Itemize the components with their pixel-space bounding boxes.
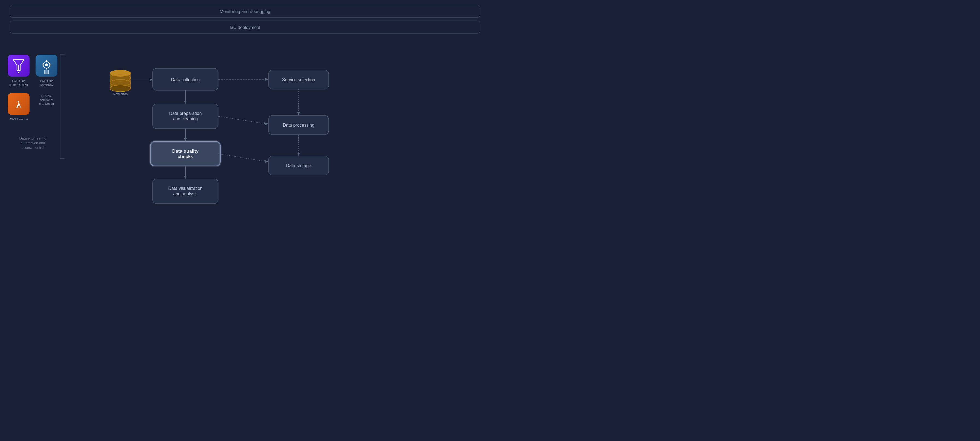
svg-marker-45 (184, 138, 187, 142)
svg-text:AWS Glue: AWS Glue (12, 80, 26, 83)
svg-marker-51 (184, 176, 187, 179)
svg-text:Raw data: Raw data (113, 92, 128, 96)
svg-text:AWS Glue: AWS Glue (40, 80, 54, 83)
svg-text:automation and: automation and (21, 141, 45, 145)
svg-text:solutions:: solutions: (40, 98, 53, 102)
svg-marker-64 (297, 112, 300, 115)
svg-line-59 (218, 154, 265, 161)
svg-marker-60 (264, 160, 269, 163)
svg-marker-58 (264, 122, 269, 125)
svg-text:e.g. Deequ: e.g. Deequ (39, 102, 54, 105)
svg-text:DataBrew: DataBrew (40, 83, 53, 86)
svg-text:Data engineering: Data engineering (19, 136, 46, 140)
svg-marker-56 (265, 78, 269, 81)
svg-text:Custom: Custom (41, 94, 52, 98)
svg-marker-36 (150, 78, 153, 81)
svg-line-57 (218, 116, 265, 124)
svg-marker-40 (184, 101, 187, 104)
svg-text:access control: access control (21, 145, 44, 150)
svg-marker-68 (297, 153, 300, 156)
svg-text:(Data Quality): (Data Quality) (9, 83, 28, 86)
svg-text:AWS Lambda: AWS Lambda (9, 118, 28, 121)
